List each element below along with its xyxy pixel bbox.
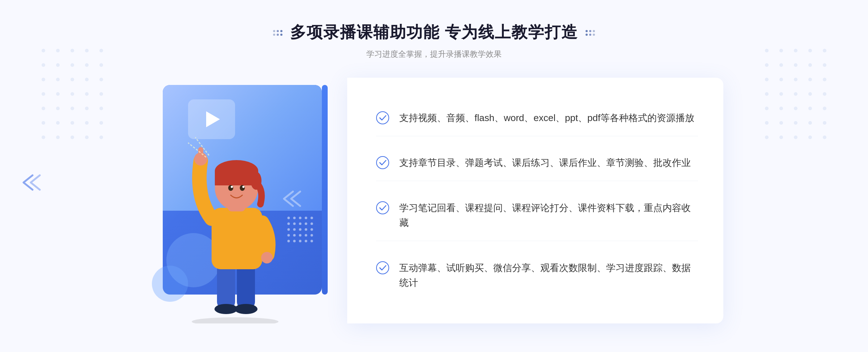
svg-point-22 bbox=[71, 107, 74, 110]
svg-point-80 bbox=[593, 30, 595, 32]
connect-bar bbox=[322, 85, 328, 295]
feature-item-3: 学习笔记回看、课程提问、课程评论打分、课件资料下载，重点内容收藏 bbox=[376, 190, 698, 241]
check-icon-3 bbox=[376, 201, 389, 214]
svg-point-59 bbox=[823, 107, 826, 110]
check-icon-4 bbox=[376, 261, 389, 274]
svg-point-34 bbox=[99, 136, 103, 139]
svg-point-14 bbox=[99, 78, 103, 81]
svg-point-123 bbox=[231, 186, 233, 188]
svg-point-31 bbox=[56, 136, 60, 139]
svg-point-50 bbox=[765, 92, 769, 96]
svg-point-33 bbox=[85, 136, 89, 139]
svg-point-48 bbox=[808, 78, 812, 81]
feature-item-4: 互动弹幕、试听购买、微信分享、观看次数限制、学习进度跟踪、数据统计 bbox=[376, 250, 698, 301]
svg-point-56 bbox=[779, 107, 783, 110]
svg-point-76 bbox=[586, 30, 588, 32]
svg-point-74 bbox=[280, 30, 282, 32]
svg-point-77 bbox=[589, 30, 591, 32]
svg-point-0 bbox=[42, 49, 45, 52]
right-title-decorator bbox=[585, 29, 595, 36]
svg-point-57 bbox=[794, 107, 797, 110]
svg-point-124 bbox=[242, 186, 244, 188]
left-title-decorator bbox=[273, 29, 283, 36]
svg-rect-112 bbox=[212, 208, 262, 269]
svg-point-45 bbox=[765, 78, 769, 81]
svg-point-20 bbox=[42, 107, 45, 110]
svg-point-24 bbox=[99, 107, 103, 110]
svg-point-58 bbox=[808, 107, 812, 110]
svg-point-54 bbox=[823, 92, 826, 96]
svg-point-75 bbox=[280, 34, 282, 36]
svg-point-101 bbox=[311, 234, 313, 237]
svg-point-2 bbox=[71, 49, 74, 52]
main-title: 多项录播课辅助功能 专为线上教学打造 bbox=[290, 22, 578, 43]
svg-point-39 bbox=[823, 49, 826, 52]
svg-point-51 bbox=[779, 92, 783, 96]
illustration-panel bbox=[145, 78, 347, 323]
svg-point-96 bbox=[311, 228, 313, 231]
svg-point-70 bbox=[273, 30, 275, 32]
svg-point-40 bbox=[765, 63, 769, 67]
svg-point-16 bbox=[56, 92, 60, 96]
svg-point-10 bbox=[42, 78, 45, 81]
svg-point-7 bbox=[71, 63, 74, 67]
svg-point-19 bbox=[99, 92, 103, 96]
svg-point-55 bbox=[765, 107, 769, 110]
svg-point-13 bbox=[85, 78, 89, 81]
svg-point-35 bbox=[765, 49, 769, 52]
svg-point-129 bbox=[376, 202, 389, 214]
svg-point-107 bbox=[192, 317, 278, 323]
svg-point-43 bbox=[808, 63, 812, 67]
svg-point-115 bbox=[261, 252, 273, 263]
svg-point-61 bbox=[779, 121, 783, 125]
svg-point-90 bbox=[305, 223, 307, 225]
svg-point-18 bbox=[85, 92, 89, 96]
svg-point-100 bbox=[305, 234, 307, 237]
svg-point-128 bbox=[376, 156, 389, 169]
svg-point-6 bbox=[56, 63, 60, 67]
svg-point-130 bbox=[376, 262, 389, 274]
svg-point-66 bbox=[779, 136, 783, 139]
svg-point-27 bbox=[71, 121, 74, 125]
svg-point-26 bbox=[56, 121, 60, 125]
svg-point-62 bbox=[794, 121, 797, 125]
svg-point-121 bbox=[228, 185, 233, 191]
svg-point-15 bbox=[42, 92, 45, 96]
svg-point-63 bbox=[808, 121, 812, 125]
svg-point-17 bbox=[71, 92, 74, 96]
feature-item-2: 支持章节目录、弹题考试、课后练习、课后作业、章节测验、批改作业 bbox=[376, 145, 698, 181]
feature-text-2: 支持章节目录、弹题考试、课后练习、课后作业、章节测验、批改作业 bbox=[399, 155, 691, 171]
svg-point-47 bbox=[794, 78, 797, 81]
svg-point-1 bbox=[56, 49, 60, 52]
svg-point-9 bbox=[99, 63, 103, 67]
svg-point-11 bbox=[56, 78, 60, 81]
header-section: 多项录播课辅助功能 专为线上教学打造 学习进度全掌握，提升录播课教学效果 bbox=[273, 22, 595, 60]
svg-point-110 bbox=[214, 304, 238, 314]
svg-point-49 bbox=[823, 78, 826, 81]
person-illustration bbox=[166, 125, 304, 323]
svg-point-42 bbox=[794, 63, 797, 67]
svg-point-122 bbox=[240, 185, 245, 191]
svg-point-106 bbox=[311, 240, 313, 242]
feature-item-1: 支持视频、音频、flash、word、excel、ppt、pdf等各种格式的资源… bbox=[376, 100, 698, 136]
svg-point-8 bbox=[85, 63, 89, 67]
svg-point-41 bbox=[779, 63, 783, 67]
svg-point-46 bbox=[779, 78, 783, 81]
svg-point-53 bbox=[808, 92, 812, 96]
title-row: 多项录播课辅助功能 专为线上教学打造 bbox=[273, 22, 595, 43]
svg-point-71 bbox=[277, 30, 279, 32]
svg-point-4 bbox=[99, 49, 103, 52]
svg-point-25 bbox=[42, 121, 45, 125]
svg-point-64 bbox=[823, 121, 826, 125]
svg-point-69 bbox=[823, 136, 826, 139]
page-wrapper: 多项录播课辅助功能 专为线上教学打造 学习进度全掌握，提升录播课教学效果 bbox=[0, 0, 868, 352]
svg-point-67 bbox=[794, 136, 797, 139]
left-chevron-decoration bbox=[22, 173, 43, 193]
svg-point-85 bbox=[305, 217, 307, 219]
svg-point-28 bbox=[85, 121, 89, 125]
svg-point-68 bbox=[808, 136, 812, 139]
svg-point-38 bbox=[808, 49, 812, 52]
svg-point-3 bbox=[85, 49, 89, 52]
svg-point-23 bbox=[85, 107, 89, 110]
svg-rect-114 bbox=[198, 147, 203, 160]
